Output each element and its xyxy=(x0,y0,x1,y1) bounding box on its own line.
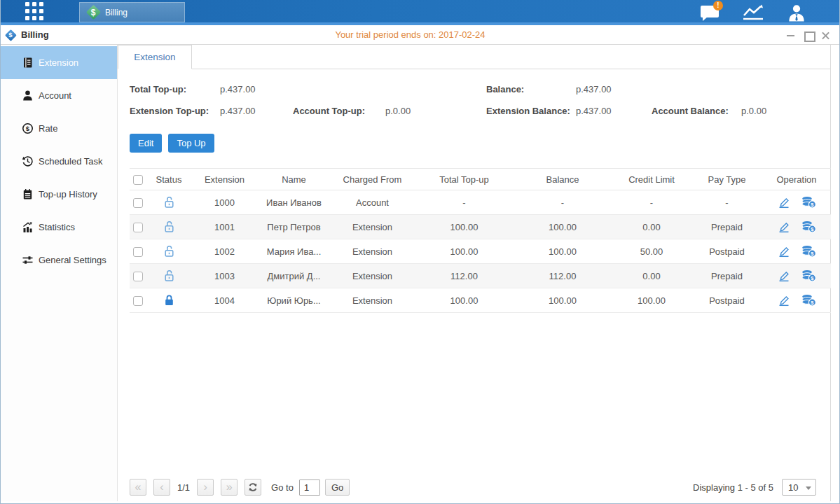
column-header-extension: Extension xyxy=(191,169,258,190)
close-button[interactable] xyxy=(820,30,831,41)
topup-row-icon[interactable]: $ xyxy=(801,196,816,209)
app-grid-icon[interactable] xyxy=(25,2,43,20)
row-checkbox[interactable] xyxy=(133,223,143,232)
topbar: Billing ! xyxy=(0,0,840,25)
row-checkbox[interactable] xyxy=(133,198,143,208)
first-page-button[interactable]: « xyxy=(130,479,146,496)
window-titlebar: Billing Your trial period ends on: 2017-… xyxy=(0,25,840,45)
topup-row-icon[interactable]: $ xyxy=(801,270,816,282)
sidebar: Extension Account $ Rate Scheduled Task xyxy=(0,45,118,501)
table-row[interactable]: 1001 Петр Петров Extension 100.00 100.00… xyxy=(130,215,831,239)
next-page-button[interactable]: › xyxy=(197,479,214,496)
cell-total-topup: 100.00 xyxy=(415,239,514,264)
summary-label: Extension Top-up: xyxy=(130,106,220,116)
summary-label: Extension Balance: xyxy=(486,106,576,116)
cell-balance: 112.00 xyxy=(514,264,612,288)
table-row[interactable]: 1000 Иван Иванов Account - - - - xyxy=(130,190,831,215)
go-button[interactable]: Go xyxy=(325,479,350,496)
cell-name: Дмитрий Д... xyxy=(258,264,330,288)
last-page-button[interactable]: » xyxy=(221,479,237,496)
cell-credit-limit: 50.00 xyxy=(612,239,691,264)
sidebar-item-scheduled-task[interactable]: Scheduled Task xyxy=(0,145,117,178)
cell-extension: 1001 xyxy=(191,215,258,239)
topup-row-icon[interactable]: $ xyxy=(801,245,816,258)
summary-value: p.437.00 xyxy=(576,84,652,94)
page-size-value: 10 xyxy=(788,482,798,493)
select-all-header[interactable] xyxy=(130,169,146,190)
goto-page-input[interactable] xyxy=(299,479,320,496)
pagination-bar: « ‹ 1/1 › » Go to Go xyxy=(130,479,830,496)
cell-total-topup: 112.00 xyxy=(415,264,514,288)
sidebar-item-label: Rate xyxy=(39,123,57,134)
summary-label: Account Balance: xyxy=(652,106,741,116)
top-up-button[interactable]: Top Up xyxy=(168,134,214,153)
displaying-label: Displaying 1 - 5 of 5 xyxy=(693,482,773,493)
edit-button[interactable]: Edit xyxy=(130,134,162,153)
cell-balance: 100.00 xyxy=(514,239,612,264)
row-checkbox[interactable] xyxy=(133,247,143,257)
sidebar-item-rate[interactable]: $ Rate xyxy=(0,112,117,145)
tab-extension[interactable]: Extension xyxy=(118,45,192,69)
table-row[interactable]: 1002 Мария Ива... Extension 100.00 100.0… xyxy=(130,239,831,264)
sidebar-item-general-settings[interactable]: General Settings xyxy=(0,244,117,276)
maximize-button[interactable] xyxy=(803,30,813,41)
summary-value: p.0.00 xyxy=(385,106,486,116)
statistics-chart-icon[interactable] xyxy=(741,2,765,23)
prev-page-button[interactable]: ‹ xyxy=(153,479,170,496)
edit-row-icon[interactable] xyxy=(778,246,790,258)
table-header-row: Status Extension Name Charged From Total… xyxy=(130,169,831,190)
sidebar-item-extension[interactable]: Extension xyxy=(0,46,117,79)
sidebar-item-label: Account xyxy=(39,90,71,101)
summary-value: p.0.00 xyxy=(741,106,830,116)
edit-row-icon[interactable] xyxy=(778,197,790,209)
tab-bar: Extension xyxy=(118,45,830,69)
cell-extension: 1003 xyxy=(191,264,258,288)
select-all-checkbox[interactable] xyxy=(133,175,143,185)
messages-icon[interactable]: ! xyxy=(698,2,722,23)
table-row[interactable]: 1003 Дмитрий Д... Extension 112.00 112.0… xyxy=(130,264,831,288)
row-checkbox[interactable] xyxy=(133,296,143,306)
sidebar-item-account[interactable]: Account xyxy=(0,79,117,112)
taskbar-tab-billing[interactable]: Billing xyxy=(79,2,185,22)
sidebar-item-topup-history[interactable]: Top-up History xyxy=(0,178,117,211)
user-account-icon[interactable] xyxy=(785,2,808,23)
summary-label: Balance: xyxy=(486,84,576,94)
cell-pay-type: - xyxy=(691,190,762,215)
minimize-button[interactable] xyxy=(785,30,796,41)
goto-label: Go to xyxy=(271,482,294,493)
table-row[interactable]: 1004 Юрий Юрь... Extension 100.00 100.00… xyxy=(130,288,831,313)
sidebar-item-statistics[interactable]: Statistics xyxy=(0,211,117,244)
dollar-circle-icon: $ xyxy=(22,122,34,134)
cell-name: Мария Ива... xyxy=(258,239,330,264)
page-indicator: 1/1 xyxy=(177,482,190,493)
summary-label: Account Top-up: xyxy=(293,106,385,116)
cell-total-topup: 100.00 xyxy=(415,215,514,239)
row-checkbox[interactable] xyxy=(133,272,143,281)
page-size-select[interactable]: 10 xyxy=(782,479,816,496)
tab-label: Extension xyxy=(134,52,175,62)
svg-text:$: $ xyxy=(26,125,30,132)
topup-row-icon[interactable]: $ xyxy=(801,294,816,307)
sidebar-item-label: Extension xyxy=(39,57,78,68)
history-clock-icon xyxy=(22,155,34,167)
locked-status-icon xyxy=(163,294,175,304)
cell-name: Петр Петров xyxy=(258,215,330,239)
cell-pay-type: Prepaid xyxy=(691,264,762,288)
sidebar-item-label: Statistics xyxy=(39,222,75,232)
cell-extension: 1004 xyxy=(191,288,258,313)
cell-balance: 100.00 xyxy=(514,215,612,239)
column-header-name: Name xyxy=(258,169,330,190)
summary-value: p.437.00 xyxy=(576,106,652,116)
cell-credit-limit: 0.00 xyxy=(612,264,691,288)
cell-total-topup: 100.00 xyxy=(415,288,514,313)
cell-total-topup: - xyxy=(415,190,514,215)
edit-row-icon[interactable] xyxy=(778,295,790,307)
cell-balance: - xyxy=(514,190,612,215)
cell-charged-from: Extension xyxy=(330,215,415,239)
taskbar-tab-label: Billing xyxy=(105,8,128,18)
refresh-button[interactable] xyxy=(245,479,261,496)
topup-row-icon[interactable]: $ xyxy=(801,220,816,233)
edit-row-icon[interactable] xyxy=(778,270,790,282)
cell-charged-from: Extension xyxy=(330,288,415,313)
edit-row-icon[interactable] xyxy=(778,221,790,233)
